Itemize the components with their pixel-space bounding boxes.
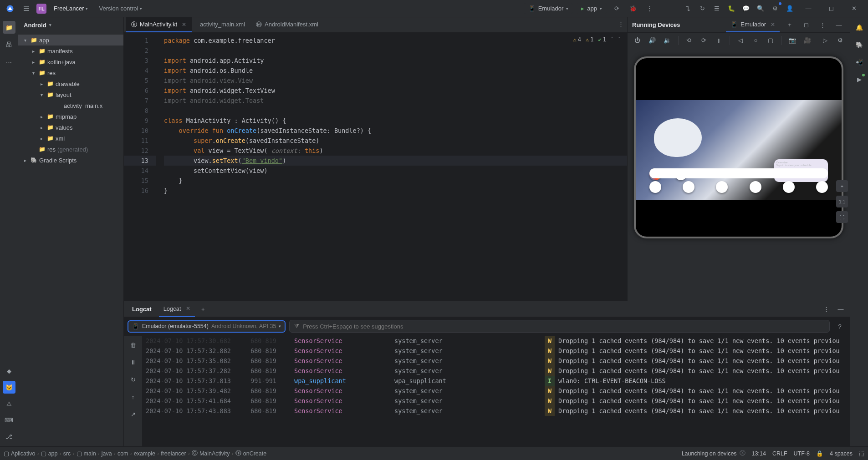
close-icon[interactable]: ✕ [182, 21, 186, 28]
minimize-panel-icon[interactable]: — [832, 19, 845, 31]
clear-log-icon[interactable]: 🗑 [127, 339, 139, 351]
next-highlight-icon[interactable]: ˅ [618, 36, 621, 43]
log-row[interactable]: 2024-07-10 17:57:30.682680-819SensorServ… [146, 336, 846, 346]
tree-item[interactable]: ▸📁mipmap [18, 111, 123, 122]
breadcrumb-item[interactable]: ⒸMainActivity [192, 450, 230, 457]
project-dropdown[interactable]: FreeLancer ▾ [50, 3, 92, 14]
main-menu-icon[interactable] [20, 2, 33, 15]
log-row[interactable]: 2024-07-10 17:57:43.883680-819SensorServ… [146, 406, 846, 416]
log-row[interactable]: 2024-07-10 17:57:32.882680-819SensorServ… [146, 346, 846, 356]
readonly-icon[interactable]: 🔒 [816, 450, 823, 457]
device-tab[interactable]: 📱 Emulador ✕ [726, 17, 780, 32]
tree-arrow-icon[interactable]: ▾ [38, 92, 45, 97]
back-icon[interactable]: ◁ [735, 34, 747, 47]
tree-arrow-icon[interactable]: ▾ [30, 71, 36, 76]
fit-icon[interactable]: ⛶ [836, 211, 848, 223]
next-icon[interactable]: ▷ [819, 34, 831, 47]
restart-log-icon[interactable]: ↻ [127, 373, 139, 386]
status-launch[interactable]: Launching on devices ⓧ [682, 450, 745, 457]
device-options-icon[interactable]: ⋮ [816, 19, 829, 31]
problems-tool-icon[interactable]: ⚠ [3, 397, 15, 410]
project-tree[interactable]: ▾📁app▸📁manifests▸📁kotlin+java▾📁res▸📁draw… [18, 33, 123, 167]
vcs-dropdown[interactable]: Version control ▾ [95, 3, 146, 14]
zoom-reset-icon[interactable]: 1:1 [836, 196, 848, 207]
refresh-icon[interactable]: ↻ [696, 2, 709, 15]
tree-item[interactable]: ▸📁xml [18, 133, 123, 144]
status-encoding[interactable]: UTF-8 [794, 450, 810, 457]
logcat-options-icon[interactable]: ⋮ [820, 303, 832, 315]
tree-item[interactable]: activity_main.x [18, 100, 123, 111]
log-row[interactable]: 2024-07-10 17:57:37.813991-991wpa_suppli… [146, 376, 846, 386]
close-icon[interactable]: ✕ [186, 305, 190, 312]
breadcrumb-item[interactable]: freelancer [161, 450, 186, 457]
status-indent[interactable]: 4 spaces [830, 450, 853, 457]
device-selector[interactable]: 📱 Emulador ▾ [524, 3, 573, 14]
tree-arrow-icon[interactable]: ▸ [38, 114, 45, 119]
android-studio-icon[interactable] [4, 2, 16, 15]
sync-icon[interactable]: ⟳ [610, 2, 623, 15]
prev-highlight-icon[interactable]: ˄ [611, 36, 613, 43]
close-button[interactable]: ✕ [843, 2, 864, 15]
editor-options-icon[interactable]: ⋮ [614, 17, 627, 30]
breadcrumb-item[interactable]: java [102, 450, 112, 457]
logcat-tool-icon[interactable]: 🐱 [3, 381, 15, 394]
logcat-tab[interactable]: Logcat ✕ [159, 301, 195, 317]
git-tool-icon[interactable]: ◆ [3, 364, 15, 377]
breadcrumb-item[interactable]: src [63, 450, 71, 457]
vcs-tool-icon[interactable]: ⎇ [3, 430, 15, 443]
bug-icon[interactable]: 🐛 [725, 2, 738, 15]
log-row[interactable]: 2024-07-10 17:57:35.082680-819SensorServ… [146, 356, 846, 366]
logcat-output[interactable]: 2024-07-10 17:57:30.682680-819SensorServ… [142, 336, 850, 446]
fold-icon[interactable]: ⫿ [713, 34, 725, 47]
status-line-ending[interactable]: CRLF [772, 450, 787, 457]
tree-arrow-icon[interactable]: ▾ [22, 38, 28, 43]
structure-tool-icon[interactable]: 品 [3, 38, 15, 51]
help-icon[interactable]: ? [833, 320, 846, 333]
breadcrumb-item[interactable]: ⓜonCreate [235, 450, 266, 457]
logcat-filter-input[interactable]: ⧩ Press Ctrl+Espaço to see suggestions [289, 320, 830, 333]
search-icon[interactable]: 🔍 [754, 2, 767, 15]
record-icon[interactable]: 🎥 [801, 34, 813, 47]
settings-icon[interactable]: ⚙ [834, 34, 846, 47]
minimize-button[interactable]: — [798, 2, 819, 15]
breadcrumb-item[interactable]: ▢main [77, 450, 96, 457]
volume-down-icon[interactable]: 🔉 [661, 34, 674, 47]
add-logcat-tab-icon[interactable]: + [197, 303, 209, 315]
window-icon[interactable]: ◻ [800, 19, 812, 31]
inspection-widget[interactable]: ⚠4 ⚠1 ✔1 ˄ ˅ [572, 35, 623, 44]
log-row[interactable]: 2024-07-10 17:57:41.684680-819SensorServ… [146, 396, 846, 406]
home-icon[interactable]: ○ [750, 34, 762, 47]
tree-item[interactable]: ▾📁layout [18, 89, 123, 100]
rotate-right-icon[interactable]: ⟳ [698, 34, 710, 47]
tree-item[interactable]: ▸📁drawable [18, 78, 123, 89]
log-row[interactable]: 2024-07-10 17:57:37.282680-819SensorServ… [146, 366, 846, 376]
tree-arrow-icon[interactable]: ▸ [30, 49, 36, 54]
editor-tab[interactable]: activity_main.xml [192, 17, 250, 32]
account-icon[interactable]: 👤 [783, 2, 796, 15]
breadcrumb-item[interactable]: ▢Aplicativo [4, 450, 36, 457]
previous-icon[interactable]: ↗ [127, 408, 139, 420]
project-panel-header[interactable]: Android ▾ [18, 17, 123, 33]
emulator-screen[interactable]: Calendar Sign in to view your schedule [634, 56, 843, 238]
run-config-selector[interactable]: ▸ app ▾ [577, 3, 607, 14]
rotate-left-icon[interactable]: ⟲ [683, 34, 695, 47]
close-icon[interactable]: ✕ [771, 21, 775, 28]
volume-up-icon[interactable]: 🔊 [646, 34, 659, 47]
logcat-device-selector[interactable]: 📱 Emulador (emulator-5554) Android Unkno… [128, 320, 286, 333]
chat-icon[interactable]: 💬 [740, 2, 752, 15]
log-row[interactable]: 2024-07-10 17:57:39.482680-819SensorServ… [146, 386, 846, 396]
debug-icon[interactable]: 🐞 [627, 2, 639, 15]
tree-arrow-icon[interactable]: ▸ [38, 136, 45, 141]
breadcrumb-item[interactable]: ▢app [41, 450, 58, 457]
maximize-button[interactable]: ◻ [821, 2, 842, 15]
settings-icon[interactable]: ⚙ [769, 2, 781, 15]
overview-icon[interactable]: ▢ [765, 34, 777, 47]
zoom-in-icon[interactable]: + [836, 180, 848, 192]
navigation-bar[interactable]: ▢Aplicativo›▢app›src›▢main›java›com›exam… [4, 450, 266, 457]
notifications-icon[interactable]: 🔔 [853, 21, 866, 34]
tree-arrow-icon[interactable]: ▸ [38, 125, 45, 130]
close-icon[interactable]: ⓧ [740, 450, 745, 457]
tree-arrow-icon[interactable]: ▸ [38, 81, 45, 86]
terminal-tool-icon[interactable]: ⌨ [3, 414, 15, 426]
tree-item[interactable]: ▾📁res [18, 67, 123, 78]
